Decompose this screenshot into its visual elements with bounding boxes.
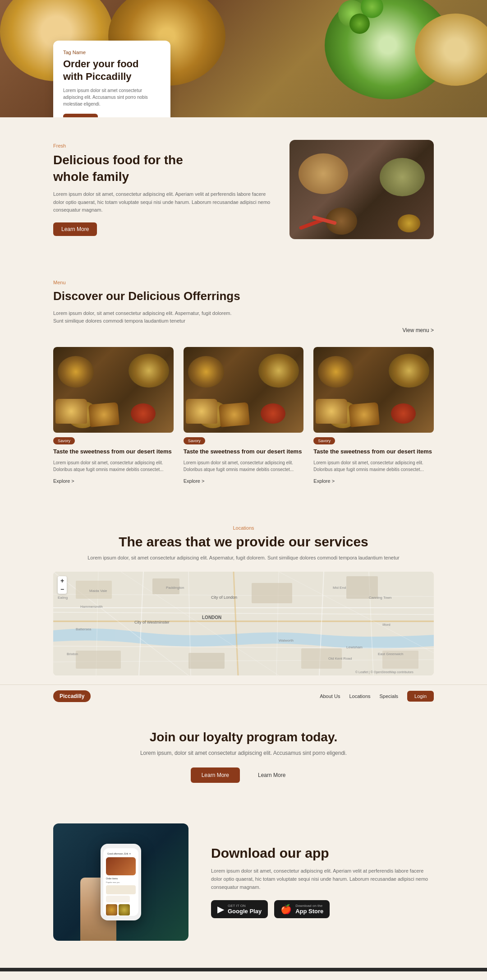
app-title: Download our app (211, 846, 434, 861)
app-store-name: App Store (295, 908, 323, 915)
menu-tag: Menu (53, 280, 394, 285)
card-desc-2: Lorem ipsum dolor sit amet, consectetur … (184, 459, 304, 473)
loyalty-section: Join our loyalty program today. Lorem ip… (0, 707, 487, 805)
fresh-content: Fresh Delicious food for the whole famil… (53, 143, 271, 236)
svg-text:Battersea: Battersea (76, 627, 92, 631)
hero-explore-button[interactable]: Explore (63, 114, 98, 117)
svg-rect-22 (188, 653, 225, 669)
menu-card-image-3 (313, 347, 434, 433)
menu-header: Menu Discover our Delicious Offerrings L… (53, 280, 434, 333)
menu-cards: Savory Taste the sweetness from our dese… (53, 347, 434, 485)
bowl-1 (58, 356, 94, 388)
svg-text:Ilford: Ilford (382, 623, 391, 627)
bowl-4 (131, 403, 156, 424)
bowl-12 (391, 403, 416, 424)
footer-link-locations[interactable]: Locations (349, 693, 370, 699)
menu-card-1: Savory Taste the sweetness from our dese… (53, 347, 174, 485)
svg-text:Mid End: Mid End (333, 586, 346, 590)
svg-text:City of Westminster: City of Westminster (134, 620, 170, 624)
locations-section: Locations The areas that we provide our … (0, 503, 487, 684)
food-visual-2 (380, 158, 425, 196)
menu-header-left: Menu Discover our Delicious Offerrings L… (53, 280, 394, 333)
view-menu-link[interactable]: View menu > (403, 327, 434, 333)
locations-title: The areas that we provide our services (53, 534, 434, 550)
card-title-3: Taste the sweetness from our desert item… (313, 448, 434, 456)
zoom-out[interactable]: − (60, 586, 64, 593)
apple-icon: 🍎 (280, 904, 292, 915)
menu-section: Menu Discover our Delicious Offerrings L… (0, 262, 487, 503)
menu-description: Lorem ipsum dolor, sit amet consectetur … (53, 310, 243, 325)
loyalty-description: Lorem ipsum, dolor sit amet consectetur … (53, 750, 434, 756)
phone-screen: Good afternoon, Erik ☀ Order items Popul… (103, 848, 138, 916)
google-play-badge[interactable]: ▶ GET IT ON Google Play (211, 900, 268, 918)
svg-text:Paddington: Paddington (166, 586, 184, 590)
app-content: Download our app Lorem ipsum dolor sit a… (211, 846, 434, 918)
google-play-name: Google Play (228, 908, 262, 915)
bowl-6 (258, 354, 299, 388)
svg-text:Ealing: Ealing (58, 596, 68, 600)
menu-card-2: Savory Taste the sweetness from our dese… (184, 347, 304, 485)
fresh-food-image (289, 140, 434, 239)
food-visual-1 (299, 153, 348, 194)
svg-text:Walworth: Walworth (279, 638, 294, 643)
card-desc-1: Lorem ipsum dolor sit amet, consectetur … (53, 459, 174, 473)
google-play-icon: ▶ (217, 904, 224, 915)
svg-text:City of London: City of London (211, 595, 237, 600)
locations-description: Lorem ipsum dolor, sit amet consectetur … (53, 555, 434, 560)
svg-text:Maida Vale: Maida Vale (89, 589, 107, 593)
fresh-tag: Fresh (53, 143, 271, 148)
map-svg: Maida Vale Paddington City of London LON… (53, 572, 434, 675)
bowl-8 (261, 403, 285, 424)
hero-description: Lorem ipsum dolor sit amet consectetur a… (63, 87, 161, 107)
explore-link-1[interactable]: Explore > (53, 478, 74, 484)
footer-links: About Us Locations Specials Login (320, 691, 434, 702)
svg-rect-19 (252, 583, 292, 603)
hero-section: Tag Name Order your food with Piccadilly… (0, 0, 487, 117)
savory-badge-2: Savory (184, 437, 205, 444)
zoom-in[interactable]: + (60, 577, 64, 585)
card-title-2: Taste the sweetness from our desert item… (184, 448, 304, 456)
menu-card-3: Savory Taste the sweetness from our dese… (313, 347, 434, 485)
footer-brand: Piccadilly (53, 690, 91, 702)
footer-link-specials[interactable]: Specials (380, 693, 399, 699)
hero-card: Tag Name Order your food with Piccadilly… (53, 41, 170, 117)
app-phone-image: Good afternoon, Erik ☀ Order items Popul… (53, 823, 188, 941)
google-play-text: GET IT ON Google Play (228, 904, 262, 915)
app-store-small: Download on the (295, 904, 323, 908)
bowl-10 (389, 354, 429, 388)
hero-title: Order your food with Piccadilly (63, 58, 161, 83)
explore-link-2[interactable]: Explore > (184, 478, 205, 484)
svg-text:Brixton: Brixton (67, 652, 78, 656)
app-store-badge[interactable]: 🍎 Download on the App Store (274, 900, 330, 918)
loyalty-secondary-button[interactable]: Learn More (247, 767, 296, 783)
phone-screen-content: Good afternoon, Erik ☀ Order items Popul… (103, 848, 138, 916)
footer-link-about[interactable]: About Us (320, 693, 340, 699)
map-zoom-controls[interactable]: + − (58, 576, 67, 594)
card-desc-3: Lorem ipsum dolor sit amet, consectetur … (313, 459, 434, 473)
footer-login-button[interactable]: Login (407, 691, 434, 702)
fresh-section: Fresh Delicious food for the whole famil… (0, 117, 487, 262)
svg-text:Lewisham: Lewisham (346, 645, 363, 649)
menu-title: Discover our Delicious Offerrings (53, 289, 394, 304)
loyalty-learn-more-button[interactable]: Learn More (191, 767, 240, 783)
phone-mockup: Good afternoon, Erik ☀ Order items Popul… (101, 844, 141, 920)
google-play-small: GET IT ON (228, 904, 262, 908)
footer-nav: Piccadilly About Us Locations Specials L… (0, 684, 487, 707)
phone-food-thumbnail (106, 857, 136, 875)
app-section: Good afternoon, Erik ☀ Order items Popul… (0, 805, 487, 968)
svg-text:East Greenwich: East Greenwich (378, 652, 403, 656)
savory-badge-3: Savory (313, 437, 335, 444)
loyalty-buttons: Learn More Learn More (53, 767, 434, 783)
menu-card-image-2 (184, 347, 304, 433)
explore-link-3[interactable]: Explore > (313, 478, 335, 484)
fresh-learn-more-button[interactable]: Learn More (53, 222, 97, 236)
hero-tag: Tag Name (63, 50, 161, 55)
svg-text:Canning Town: Canning Town (369, 596, 392, 600)
svg-text:Old Kent Road: Old Kent Road (328, 656, 352, 661)
svg-text:© Leaflet | © OpenStreetMap co: © Leaflet | © OpenStreetMap contributors (355, 670, 413, 674)
map-container: Maida Vale Paddington City of London LON… (53, 572, 434, 675)
card-title-1: Taste the sweetness from our desert item… (53, 448, 174, 456)
savory-badge-1: Savory (53, 437, 75, 444)
locations-tag: Locations (53, 525, 434, 531)
app-store-text: Download on the App Store (295, 904, 323, 915)
